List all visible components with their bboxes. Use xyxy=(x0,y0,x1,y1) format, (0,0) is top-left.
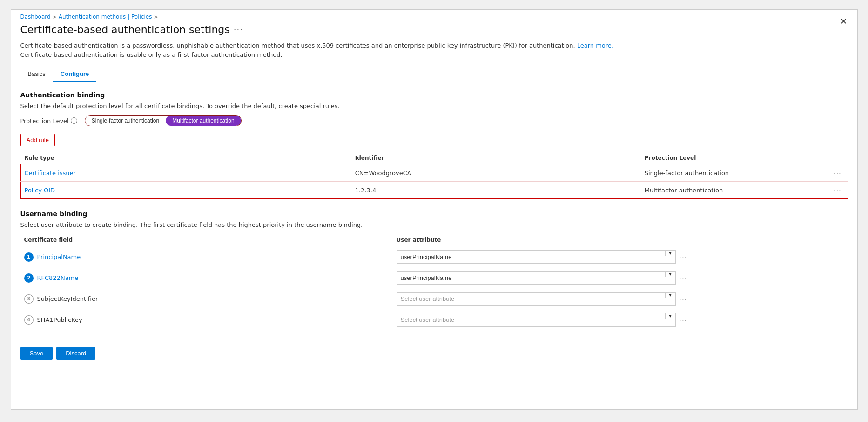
user-attr-select-1[interactable]: userPrincipalName xyxy=(397,251,665,263)
user-attr-select-2[interactable]: userPrincipalName xyxy=(397,272,665,284)
tab-configure[interactable]: Configure xyxy=(53,67,96,82)
username-binding-section: Username binding Select user attribute t… xyxy=(20,210,848,330)
save-button[interactable]: Save xyxy=(20,347,53,360)
page-description: Certificate-based authentication is a pa… xyxy=(11,41,857,67)
breadcrumb-sep2: > xyxy=(154,14,158,20)
user-attr-cell: Select user attribute ▾ ··· xyxy=(393,309,823,330)
col-header-protection-level: Protection Level xyxy=(641,152,823,164)
cert-field-name: SHA1PublicKey xyxy=(37,316,82,323)
identifier-cell: 1.2.3.4 xyxy=(351,182,641,199)
cert-number-3: 3 xyxy=(24,294,34,304)
main-panel: Dashboard > Authentication methods | Pol… xyxy=(11,9,858,410)
table-row: 2 RFC822Name userPrincipalName ▾ xyxy=(20,267,848,288)
cert-field-cell: 1 PrincipalName xyxy=(20,246,393,268)
protection-level-row: Protection Level i Single-factor authent… xyxy=(20,115,848,126)
cert-number-2: 2 xyxy=(24,273,34,283)
protection-level-cell: Single-factor authentication xyxy=(641,164,823,182)
rule-type-cell: Policy OID xyxy=(20,182,351,199)
user-attr-cell: Select user attribute ▾ ··· xyxy=(393,288,823,309)
rule-type-cell: Certificate issuer xyxy=(20,164,351,182)
user-attr-dropdown-1[interactable]: userPrincipalName ▾ xyxy=(397,250,676,264)
title-row: Certificate-based authentication setting… xyxy=(11,22,857,41)
user-attr-dropdown-2[interactable]: userPrincipalName ▾ xyxy=(397,271,676,285)
ua-row-ellipsis-button-2[interactable]: ··· xyxy=(678,273,690,283)
username-binding-description: Select user attribute to create binding.… xyxy=(20,221,848,228)
dropdown-arrow-icon: ▾ xyxy=(665,251,675,256)
user-attr-dropdown-3[interactable]: Select user attribute ▾ xyxy=(397,292,676,306)
breadcrumb-dashboard[interactable]: Dashboard xyxy=(20,14,51,20)
user-attr-select-3[interactable]: Select user attribute xyxy=(397,293,665,305)
learn-more-link[interactable]: Learn more. xyxy=(577,42,613,49)
table-row: Certificate issuer CN=WoodgroveCA Single… xyxy=(20,164,848,182)
col-header-cert-field: Certificate field xyxy=(20,234,393,246)
cert-field-name: PrincipalName xyxy=(37,253,81,260)
auth-binding-title: Authentication binding xyxy=(20,91,848,99)
breadcrumb-sep1: > xyxy=(53,14,57,20)
col-header-identifier: Identifier xyxy=(351,152,641,164)
user-attr-dropdown-4[interactable]: Select user attribute ▾ xyxy=(397,313,676,327)
user-attr-cell: userPrincipalName ▾ ··· xyxy=(393,267,823,288)
protection-level-label: Protection Level i xyxy=(20,117,77,124)
dropdown-arrow-icon: ▾ xyxy=(665,293,675,298)
col-header-rule-type: Rule type xyxy=(20,152,351,164)
row-ellipsis-button[interactable]: ··· xyxy=(832,168,844,177)
toggle-single-factor[interactable]: Single-factor authentication xyxy=(85,116,166,126)
breadcrumb-auth-methods[interactable]: Authentication methods | Policies xyxy=(59,14,152,20)
ua-row-ellipsis-button-1[interactable]: ··· xyxy=(678,252,690,262)
cert-field-cell: 4 SHA1PublicKey xyxy=(20,309,393,330)
footer: Save Discard xyxy=(11,340,857,367)
discard-button[interactable]: Discard xyxy=(56,347,95,360)
cert-number-4: 4 xyxy=(24,315,34,325)
auth-binding-description: Select the default protection level for … xyxy=(20,102,848,109)
table-row: Policy OID 1.2.3.4 Multifactor authentic… xyxy=(20,182,848,199)
username-binding-title: Username binding xyxy=(20,210,848,218)
rules-table: Rule type Identifier Protection Level Ce… xyxy=(20,152,848,199)
table-row: 3 SubjectKeyIdentifier Select user attri… xyxy=(20,288,848,309)
ua-row-ellipsis-button-3[interactable]: ··· xyxy=(678,294,690,304)
cert-field-name: RFC822Name xyxy=(37,274,79,281)
tab-basics[interactable]: Basics xyxy=(20,67,53,82)
cert-field-name: SubjectKeyIdentifier xyxy=(37,295,98,302)
protection-level-cell: Multifactor authentication xyxy=(641,182,823,199)
breadcrumb: Dashboard > Authentication methods | Pol… xyxy=(11,10,857,20)
main-content: Authentication binding Select the defaul… xyxy=(11,82,857,340)
ua-row-ellipsis-button-4[interactable]: ··· xyxy=(678,315,690,325)
row-ellipsis-button[interactable]: ··· xyxy=(832,185,844,195)
tab-bar: Basics Configure xyxy=(11,67,857,82)
add-rule-button[interactable]: Add rule xyxy=(20,134,55,146)
toggle-multifactor[interactable]: Multifactor authentication xyxy=(166,116,241,126)
description-text-1: Certificate-based authentication is a pa… xyxy=(20,42,575,49)
table-row: 4 SHA1PublicKey Select user attribute xyxy=(20,309,848,330)
username-binding-table: Certificate field User attribute 1 Princ… xyxy=(20,234,848,330)
dropdown-arrow-icon: ▾ xyxy=(665,272,675,277)
dropdown-arrow-icon: ▾ xyxy=(665,313,675,319)
cert-field-cell: 2 RFC822Name xyxy=(20,267,393,288)
row-actions-cell: ··· xyxy=(823,164,848,182)
user-attr-cell: userPrincipalName ▾ ··· xyxy=(393,246,823,268)
protection-level-info-icon[interactable]: i xyxy=(71,117,77,124)
cert-number-1: 1 xyxy=(24,252,34,262)
close-button[interactable]: ✕ xyxy=(837,15,850,27)
protection-level-toggle: Single-factor authentication Multifactor… xyxy=(85,115,242,126)
identifier-cell: CN=WoodgroveCA xyxy=(351,164,641,182)
auth-binding-section: Authentication binding Select the defaul… xyxy=(20,91,848,199)
col-header-actions xyxy=(823,152,848,164)
cert-field-cell: 3 SubjectKeyIdentifier xyxy=(20,288,393,309)
title-ellipsis-menu[interactable]: ··· xyxy=(234,25,243,34)
table-row: 1 PrincipalName userPrincipalName ▾ xyxy=(20,246,848,268)
user-attr-select-4[interactable]: Select user attribute xyxy=(397,313,665,326)
description-text-2: Certificate based authentication is usab… xyxy=(20,51,283,58)
col-header-ua-actions xyxy=(823,234,848,246)
page-title: Certificate-based authentication setting… xyxy=(20,24,230,35)
col-header-user-attribute: User attribute xyxy=(393,234,823,246)
row-actions-cell: ··· xyxy=(823,182,848,199)
